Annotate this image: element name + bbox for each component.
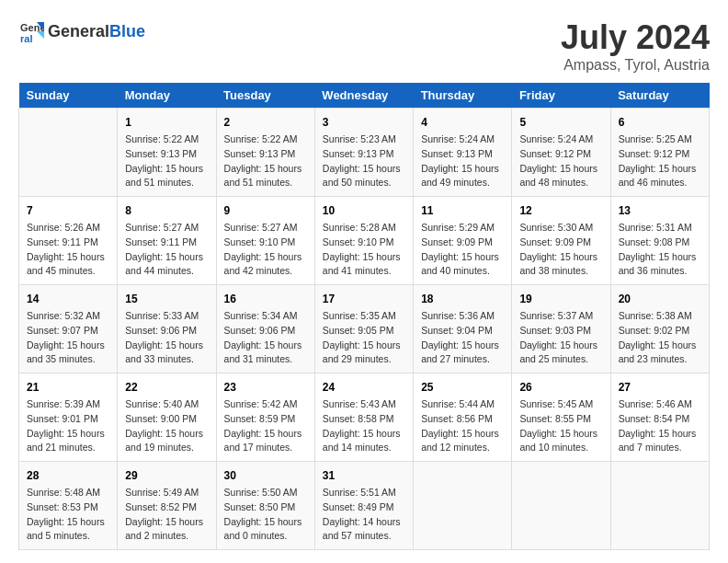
- day-info: Sunrise: 5:31 AM Sunset: 9:08 PM Dayligh…: [619, 221, 701, 279]
- day-number: 30: [224, 467, 307, 484]
- day-number: 8: [125, 202, 208, 219]
- calendar-cell: [414, 462, 512, 550]
- subtitle: Ampass, Tyrol, Austria: [561, 57, 710, 74]
- calendar-cell: 15Sunrise: 5:33 AM Sunset: 9:06 PM Dayli…: [118, 285, 216, 373]
- calendar-cell: 3Sunrise: 5:23 AM Sunset: 9:13 PM Daylig…: [314, 109, 413, 197]
- svg-text:ral: ral: [20, 33, 32, 44]
- day-info: Sunrise: 5:24 AM Sunset: 9:13 PM Dayligh…: [421, 132, 504, 190]
- title-block: July 2024 Ampass, Tyrol, Austria: [561, 18, 710, 74]
- day-number: 14: [27, 291, 109, 307]
- day-info: Sunrise: 5:45 AM Sunset: 8:55 PM Dayligh…: [519, 397, 602, 455]
- day-number: 4: [421, 114, 504, 131]
- calendar-cell: 31Sunrise: 5:51 AM Sunset: 8:49 PM Dayli…: [314, 462, 413, 550]
- calendar-week-row: 14Sunrise: 5:32 AM Sunset: 9:07 PM Dayli…: [19, 285, 710, 373]
- day-info: Sunrise: 5:27 AM Sunset: 9:10 PM Dayligh…: [224, 221, 307, 279]
- day-number: 13: [619, 202, 701, 219]
- day-info: Sunrise: 5:36 AM Sunset: 9:04 PM Dayligh…: [421, 309, 504, 367]
- calendar-cell: 8Sunrise: 5:27 AM Sunset: 9:11 PM Daylig…: [118, 197, 216, 285]
- day-info: Sunrise: 5:29 AM Sunset: 9:09 PM Dayligh…: [421, 221, 504, 279]
- weekday-header: Saturday: [610, 83, 709, 109]
- day-info: Sunrise: 5:40 AM Sunset: 9:00 PM Dayligh…: [125, 397, 208, 455]
- calendar-cell: [610, 462, 709, 550]
- calendar-cell: 22Sunrise: 5:40 AM Sunset: 9:00 PM Dayli…: [118, 373, 216, 462]
- day-number: 21: [27, 379, 109, 396]
- main-title: July 2024: [561, 18, 710, 57]
- calendar-cell: 14Sunrise: 5:32 AM Sunset: 9:07 PM Dayli…: [19, 285, 118, 373]
- day-info: Sunrise: 5:22 AM Sunset: 9:13 PM Dayligh…: [224, 132, 307, 190]
- day-number: 19: [519, 291, 602, 307]
- calendar-cell: 30Sunrise: 5:50 AM Sunset: 8:50 PM Dayli…: [216, 462, 314, 550]
- header-row: SundayMondayTuesdayWednesdayThursdayFrid…: [19, 83, 710, 109]
- day-info: Sunrise: 5:34 AM Sunset: 9:06 PM Dayligh…: [224, 309, 307, 367]
- calendar-cell: 11Sunrise: 5:29 AM Sunset: 9:09 PM Dayli…: [414, 197, 512, 285]
- day-number: 31: [323, 467, 405, 484]
- day-info: Sunrise: 5:33 AM Sunset: 9:06 PM Dayligh…: [125, 309, 208, 367]
- calendar-cell: 21Sunrise: 5:39 AM Sunset: 9:01 PM Dayli…: [19, 373, 118, 462]
- day-info: Sunrise: 5:50 AM Sunset: 8:50 PM Dayligh…: [224, 486, 307, 544]
- day-number: 22: [125, 379, 208, 396]
- calendar-week-row: 7Sunrise: 5:26 AM Sunset: 9:11 PM Daylig…: [19, 197, 710, 285]
- day-number: 7: [27, 202, 109, 219]
- logo-general-text: General: [48, 22, 109, 40]
- day-info: Sunrise: 5:23 AM Sunset: 9:13 PM Dayligh…: [323, 132, 405, 190]
- calendar-week-row: 1Sunrise: 5:22 AM Sunset: 9:13 PM Daylig…: [19, 109, 710, 197]
- weekday-header: Friday: [512, 83, 610, 109]
- day-info: Sunrise: 5:25 AM Sunset: 9:12 PM Dayligh…: [619, 132, 701, 190]
- calendar-cell: 1Sunrise: 5:22 AM Sunset: 9:13 PM Daylig…: [118, 109, 216, 197]
- day-info: Sunrise: 5:43 AM Sunset: 8:58 PM Dayligh…: [323, 397, 405, 455]
- weekday-header: Tuesday: [216, 83, 314, 109]
- day-info: Sunrise: 5:44 AM Sunset: 8:56 PM Dayligh…: [421, 397, 504, 455]
- day-info: Sunrise: 5:51 AM Sunset: 8:49 PM Dayligh…: [323, 486, 405, 544]
- calendar-cell: 16Sunrise: 5:34 AM Sunset: 9:06 PM Dayli…: [216, 285, 314, 373]
- calendar-cell: 28Sunrise: 5:48 AM Sunset: 8:53 PM Dayli…: [19, 462, 118, 550]
- day-number: 27: [619, 379, 701, 396]
- weekday-header: Sunday: [19, 83, 118, 109]
- page-header: Gene ral GeneralBlue July 2024 Ampass, T…: [18, 18, 710, 74]
- day-number: 9: [224, 202, 307, 219]
- calendar-cell: 25Sunrise: 5:44 AM Sunset: 8:56 PM Dayli…: [414, 373, 512, 462]
- day-number: 12: [519, 202, 602, 219]
- day-number: 20: [619, 291, 701, 307]
- day-info: Sunrise: 5:22 AM Sunset: 9:13 PM Dayligh…: [125, 132, 208, 190]
- calendar-cell: 29Sunrise: 5:49 AM Sunset: 8:52 PM Dayli…: [118, 462, 216, 550]
- calendar-cell: 5Sunrise: 5:24 AM Sunset: 9:12 PM Daylig…: [512, 109, 610, 197]
- day-info: Sunrise: 5:35 AM Sunset: 9:05 PM Dayligh…: [323, 309, 405, 367]
- day-number: 6: [619, 114, 701, 131]
- day-number: 28: [27, 467, 109, 484]
- day-info: Sunrise: 5:27 AM Sunset: 9:11 PM Dayligh…: [125, 221, 208, 279]
- weekday-header: Thursday: [414, 83, 512, 109]
- day-info: Sunrise: 5:24 AM Sunset: 9:12 PM Dayligh…: [519, 132, 602, 190]
- logo: Gene ral GeneralBlue: [18, 18, 145, 44]
- calendar-cell: 13Sunrise: 5:31 AM Sunset: 9:08 PM Dayli…: [610, 197, 709, 285]
- calendar-cell: 6Sunrise: 5:25 AM Sunset: 9:12 PM Daylig…: [610, 109, 709, 197]
- day-number: 25: [421, 379, 504, 396]
- day-number: 3: [323, 114, 405, 131]
- day-number: 24: [323, 379, 405, 396]
- calendar-week-row: 28Sunrise: 5:48 AM Sunset: 8:53 PM Dayli…: [19, 462, 710, 550]
- calendar-cell: [512, 462, 610, 550]
- logo-blue-text: Blue: [109, 22, 145, 40]
- day-info: Sunrise: 5:37 AM Sunset: 9:03 PM Dayligh…: [519, 309, 602, 367]
- calendar-cell: 24Sunrise: 5:43 AM Sunset: 8:58 PM Dayli…: [314, 373, 413, 462]
- day-number: 11: [421, 202, 504, 219]
- calendar-cell: 20Sunrise: 5:38 AM Sunset: 9:02 PM Dayli…: [610, 285, 709, 373]
- day-number: 10: [323, 202, 405, 219]
- day-info: Sunrise: 5:32 AM Sunset: 9:07 PM Dayligh…: [27, 309, 109, 367]
- day-info: Sunrise: 5:42 AM Sunset: 8:59 PM Dayligh…: [224, 397, 307, 455]
- day-number: 17: [323, 291, 405, 307]
- calendar-cell: [19, 109, 118, 197]
- calendar-cell: 2Sunrise: 5:22 AM Sunset: 9:13 PM Daylig…: [216, 109, 314, 197]
- day-info: Sunrise: 5:39 AM Sunset: 9:01 PM Dayligh…: [27, 397, 109, 455]
- calendar-cell: 27Sunrise: 5:46 AM Sunset: 8:54 PM Dayli…: [610, 373, 709, 462]
- weekday-header: Monday: [118, 83, 216, 109]
- day-number: 16: [224, 291, 307, 307]
- day-info: Sunrise: 5:26 AM Sunset: 9:11 PM Dayligh…: [27, 221, 109, 279]
- calendar-cell: 7Sunrise: 5:26 AM Sunset: 9:11 PM Daylig…: [19, 197, 118, 285]
- weekday-header: Wednesday: [314, 83, 413, 109]
- day-number: 15: [125, 291, 208, 307]
- day-info: Sunrise: 5:46 AM Sunset: 8:54 PM Dayligh…: [619, 397, 701, 455]
- calendar-cell: 9Sunrise: 5:27 AM Sunset: 9:10 PM Daylig…: [216, 197, 314, 285]
- calendar-cell: 10Sunrise: 5:28 AM Sunset: 9:10 PM Dayli…: [314, 197, 413, 285]
- calendar-cell: 23Sunrise: 5:42 AM Sunset: 8:59 PM Dayli…: [216, 373, 314, 462]
- calendar-cell: 17Sunrise: 5:35 AM Sunset: 9:05 PM Dayli…: [314, 285, 413, 373]
